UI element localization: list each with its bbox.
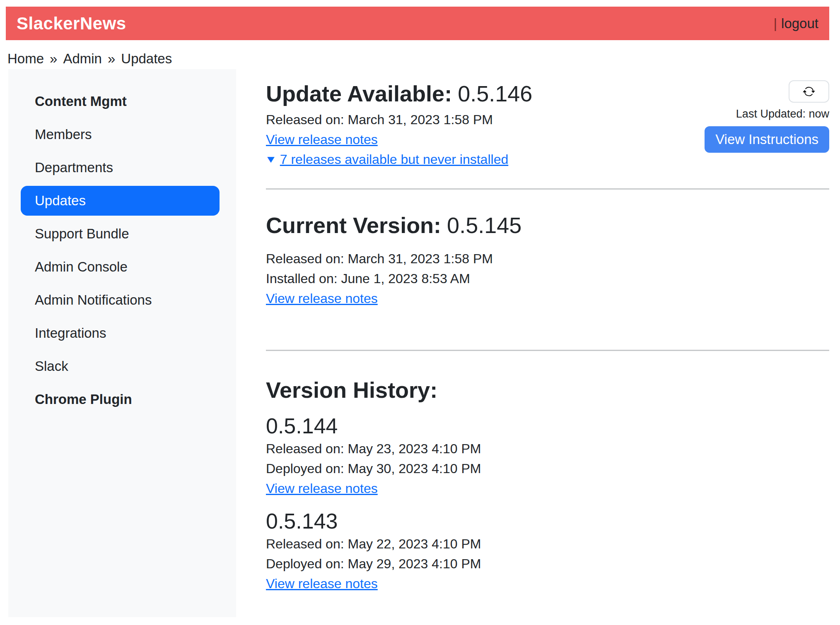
- content-layout: Content Mgmt Members Departments Updates…: [8, 69, 829, 617]
- update-available-label: Update Available:: [266, 81, 452, 106]
- update-actions: Last Updated: now View Instructions: [705, 80, 829, 153]
- sidebar-item-support-bundle[interactable]: Support Bundle: [21, 219, 220, 249]
- history-released-on: Released on: May 22, 2023 4:10 PM: [266, 534, 829, 554]
- history-version-number: 0.5.144: [266, 413, 829, 439]
- history-deployed-on: Deployed on: May 29, 2023 4:10 PM: [266, 554, 829, 574]
- updates-main: Update Available:0.5.146 Released on: Ma…: [236, 69, 829, 594]
- update-available-info: Update Available:0.5.146 Released on: Ma…: [266, 80, 532, 169]
- current-version-number: 0.5.145: [447, 213, 521, 238]
- history-release-notes-link[interactable]: View release notes: [266, 478, 378, 498]
- view-instructions-button[interactable]: View Instructions: [705, 126, 829, 153]
- releases-toggle-row: ▼ 7 releases available but never install…: [266, 149, 532, 169]
- last-updated-text: Last Updated: now: [736, 108, 829, 120]
- sidebar-item-admin-notifications[interactable]: Admin Notifications: [21, 285, 220, 315]
- page: SlackerNews | logout Home » Admin » Upda…: [0, 0, 840, 617]
- update-available-title: Update Available:0.5.146: [266, 80, 532, 107]
- app-title: SlackerNews: [17, 14, 126, 34]
- update-available-section: Update Available:0.5.146 Released on: Ma…: [266, 80, 829, 169]
- history-released-on: Released on: May 23, 2023 4:10 PM: [266, 439, 829, 459]
- update-release-notes-link[interactable]: View release notes: [266, 130, 378, 149]
- history-entry: 0.5.144 Released on: May 23, 2023 4:10 P…: [266, 413, 829, 498]
- breadcrumb-updates: Updates: [121, 51, 172, 67]
- section-divider: [266, 350, 829, 351]
- sidebar-item-updates[interactable]: Updates: [21, 186, 220, 216]
- breadcrumb-separator: »: [108, 51, 115, 67]
- version-history-title: Version History:: [266, 377, 829, 404]
- breadcrumb-separator: »: [50, 51, 57, 67]
- version-history-section: Version History: 0.5.144 Released on: Ma…: [266, 377, 829, 594]
- breadcrumb: Home » Admin » Updates: [7, 51, 829, 67]
- current-version-title: Current Version:0.5.145: [266, 212, 829, 239]
- header-right: | logout: [774, 16, 819, 31]
- history-deployed-on: Deployed on: May 30, 2023 4:10 PM: [266, 459, 829, 478]
- admin-sidebar: Content Mgmt Members Departments Updates…: [8, 69, 236, 617]
- logout-link[interactable]: logout: [781, 16, 818, 31]
- breadcrumb-admin[interactable]: Admin: [63, 51, 102, 67]
- refresh-button[interactable]: [789, 80, 829, 103]
- section-divider: [266, 188, 829, 190]
- sidebar-item-members[interactable]: Members: [21, 120, 220, 149]
- history-version-number: 0.5.143: [266, 508, 829, 534]
- current-released-on: Released on: March 31, 2023 1:58 PM: [266, 249, 829, 269]
- releases-toggle-link[interactable]: 7 releases available but never installed: [280, 149, 508, 169]
- sidebar-item-admin-console[interactable]: Admin Console: [21, 252, 220, 282]
- history-release-notes-link[interactable]: View release notes: [266, 574, 378, 594]
- current-release-notes-link[interactable]: View release notes: [266, 288, 378, 308]
- history-entry: 0.5.143 Released on: May 22, 2023 4:10 P…: [266, 508, 829, 594]
- app-header: SlackerNews | logout: [6, 7, 829, 40]
- sidebar-item-integrations[interactable]: Integrations: [21, 318, 220, 348]
- current-version-details: Released on: March 31, 2023 1:58 PM Inst…: [266, 249, 829, 308]
- sidebar-item-content-mgmt[interactable]: Content Mgmt: [21, 87, 220, 116]
- breadcrumb-home[interactable]: Home: [7, 51, 44, 67]
- current-version-label: Current Version:: [266, 213, 441, 238]
- current-version-section: Current Version:0.5.145 Released on: Mar…: [266, 212, 829, 308]
- current-installed-on: Installed on: June 1, 2023 8:53 AM: [266, 269, 829, 288]
- update-released-on: Released on: March 31, 2023 1:58 PM: [266, 110, 532, 130]
- sidebar-item-slack[interactable]: Slack: [21, 351, 220, 381]
- sidebar-item-departments[interactable]: Departments: [21, 153, 220, 183]
- sidebar-item-chrome-plugin[interactable]: Chrome Plugin: [21, 385, 220, 414]
- triangle-down-icon[interactable]: ▼: [265, 154, 277, 164]
- update-available-version: 0.5.146: [458, 81, 532, 106]
- refresh-icon: [803, 85, 815, 98]
- logout-separator: |: [774, 16, 777, 31]
